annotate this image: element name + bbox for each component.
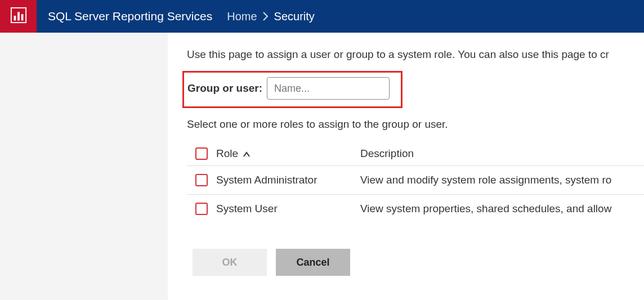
header-bar: SQL Server Reporting Services Home Secur…: [0, 0, 644, 33]
select-roles-text: Select one or more roles to assign to th…: [187, 118, 644, 131]
column-header-role[interactable]: Role: [216, 147, 360, 160]
chevron-right-icon: [263, 12, 269, 21]
app-title: SQL Server Reporting Services: [48, 10, 212, 23]
table-header-row: Role Description: [187, 142, 644, 165]
role-name: System Administrator: [216, 174, 360, 186]
breadcrumb-home-link[interactable]: Home: [227, 10, 257, 23]
breadcrumb: Home Security: [227, 10, 315, 23]
select-all-checkbox[interactable]: [195, 147, 208, 160]
app-logo[interactable]: [0, 0, 37, 33]
role-name: System User: [216, 203, 360, 215]
intro-text: Use this page to assign a user or group …: [187, 48, 644, 61]
cancel-button[interactable]: Cancel: [276, 249, 350, 276]
role-description: View system properties, shared schedules…: [360, 203, 644, 215]
svg-rect-1: [14, 15, 16, 20]
bar-chart-icon: [10, 7, 27, 26]
svg-rect-3: [21, 14, 23, 20]
column-header-description[interactable]: Description: [360, 147, 644, 160]
button-row: OK Cancel: [187, 249, 644, 276]
row-checkbox[interactable]: [195, 203, 208, 215]
column-header-role-label: Role: [216, 147, 238, 159]
main-content: Use this page to assign a user or group …: [168, 33, 644, 300]
left-sidebar: [0, 33, 168, 300]
group-or-user-highlight: Group or user:: [182, 71, 402, 108]
group-or-user-label: Group or user:: [187, 82, 262, 95]
ok-button[interactable]: OK: [193, 249, 267, 276]
row-checkbox[interactable]: [195, 174, 208, 186]
sort-ascending-icon: [243, 147, 250, 159]
table-row: System User View system properties, shar…: [187, 194, 644, 223]
breadcrumb-current: Security: [274, 10, 315, 23]
roles-table: Role Description System Administrator Vi…: [187, 142, 644, 223]
svg-rect-2: [17, 12, 20, 20]
group-or-user-input[interactable]: [267, 77, 390, 100]
table-row: System Administrator View and modify sys…: [187, 165, 644, 194]
role-description: View and modify system role assignments,…: [360, 174, 644, 186]
